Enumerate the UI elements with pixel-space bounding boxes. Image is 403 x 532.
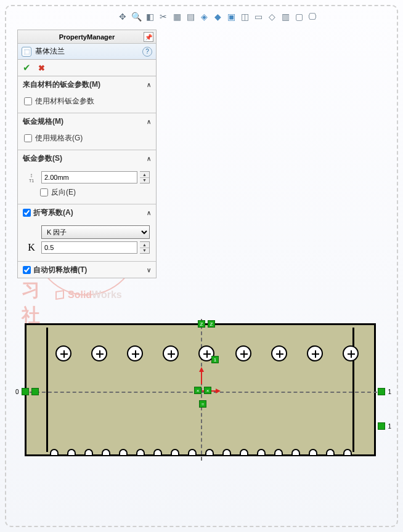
scene-icon[interactable]: ◫ — [239, 11, 250, 22]
relation-marker[interactable] — [31, 388, 39, 395]
dim-label: 1 — [388, 423, 391, 430]
relief-notch — [119, 449, 128, 455]
use-material-checkbox[interactable] — [24, 97, 32, 105]
section-material-title: 来自材料的钣金参数(M) — [23, 79, 100, 90]
relief-notch — [171, 449, 179, 455]
section-icon[interactable]: ✂ — [158, 11, 169, 22]
ok-button[interactable]: ✔ — [23, 62, 31, 73]
relief-notch — [136, 449, 145, 455]
bend-method-row: K 因子 — [24, 225, 150, 239]
section-bend: 折弯系数(A) ∧ K 因子 K ▲▼ — [18, 204, 156, 262]
property-manager-header: PropertyManager 📌 — [18, 30, 156, 44]
bend-enable-checkbox[interactable] — [23, 209, 31, 217]
relief-notch — [153, 449, 162, 455]
render-icon[interactable]: ▥ — [280, 11, 291, 22]
k-label: K — [24, 242, 39, 253]
section-relief-header[interactable]: 自动切释放槽(T) ∨ — [18, 262, 156, 278]
use-gauge-label: 使用规格表(G) — [35, 133, 83, 143]
section-material-header[interactable]: 来自材料的钣金参数(M) ∧ — [18, 76, 156, 92]
section-relief: 自动切释放槽(T) ∨ — [18, 262, 156, 278]
hole-icon — [307, 345, 323, 361]
relation-marker[interactable]: × — [204, 387, 211, 394]
use-gauge-checkbox[interactable] — [24, 134, 32, 142]
relief-notch — [188, 449, 197, 455]
relief-enable-checkbox[interactable] — [23, 266, 31, 274]
reverse-checkbox[interactable] — [40, 188, 48, 196]
bend-method-select[interactable]: K 因子 — [41, 225, 150, 239]
help-icon[interactable]: ? — [142, 47, 152, 57]
use-gauge-checkbox-row[interactable]: 使用规格表(G) — [24, 132, 150, 145]
property-manager-title: PropertyManager — [59, 33, 115, 41]
relation-marker[interactable]: Z — [198, 320, 205, 328]
vertical-edge-left — [46, 328, 48, 452]
chevron-down-icon: ∨ — [147, 267, 151, 273]
thickness-spinner[interactable]: ▲▼ — [140, 171, 150, 183]
section-params-header[interactable]: 钣金参数(S) ∧ — [18, 150, 156, 166]
use-material-checkbox-row[interactable]: 使用材料钣金参数 — [24, 95, 150, 108]
relation-marker[interactable]: × — [194, 387, 202, 394]
hole-icon — [235, 345, 251, 361]
hidden-lines-icon[interactable]: ▤ — [185, 11, 196, 22]
cancel-button[interactable]: ✖ — [38, 63, 45, 73]
relation-marker[interactable]: 1 — [211, 356, 219, 363]
pin-icon[interactable]: 📌 — [144, 32, 153, 42]
plane-icon[interactable]: ◇ — [266, 11, 277, 22]
relation-marker[interactable]: Z — [208, 320, 215, 328]
chevron-up-icon: ∧ — [147, 209, 151, 216]
relation-marker[interactable] — [378, 422, 385, 430]
relief-notch — [257, 449, 266, 455]
relief-notch — [205, 449, 214, 455]
hole-icon — [343, 345, 359, 361]
section-bend-header[interactable]: 折弯系数(A) ∧ — [18, 204, 156, 220]
section-gauge: 钣金规格(M) ∧ 使用规格表(G) — [18, 113, 156, 150]
relief-notch — [326, 449, 335, 455]
section-material: 来自材料的钣金参数(M) ∧ 使用材料钣金参数 — [18, 76, 156, 113]
hole-icon — [163, 345, 179, 361]
zoom-icon[interactable]: 🔍 — [131, 11, 142, 22]
relief-notch — [240, 449, 248, 455]
section-relief-title: 自动切释放槽(T) — [33, 265, 87, 275]
relief-notch — [102, 449, 110, 455]
k-factor-input[interactable] — [41, 241, 137, 254]
sketch-preview[interactable]: Z Z 1 × × = 0 1 1 — [25, 323, 376, 462]
axis-icon[interactable]: ✥ — [117, 11, 128, 22]
relation-marker[interactable] — [378, 388, 385, 395]
dim-label: 0 — [15, 389, 19, 395]
relation-marker[interactable] — [22, 388, 29, 395]
relief-notch — [343, 449, 352, 455]
hole-icon — [127, 345, 143, 361]
base-flange-icon: ⬚ — [22, 47, 31, 57]
thickness-input[interactable] — [41, 171, 137, 183]
part-body: Z Z 1 × × = 0 1 1 — [25, 323, 376, 456]
property-manager-panel: PropertyManager 📌 ⬚ 基体法兰 ? ✔ ✖ 来自材料的钣金参数… — [17, 30, 157, 278]
relief-notch — [222, 449, 231, 455]
relief-notch — [67, 449, 76, 455]
section-gauge-header[interactable]: 钣金规格(M) ∧ — [18, 113, 156, 129]
isometric-icon[interactable]: ◧ — [144, 11, 155, 22]
camera-icon[interactable]: ▭ — [253, 11, 264, 22]
shaded-icon[interactable]: ◈ — [198, 11, 210, 22]
relief-notch — [274, 449, 283, 455]
hole-icon — [55, 345, 71, 361]
reverse-label: 反向(E) — [51, 187, 76, 198]
shaded-edges-icon[interactable]: ◆ — [212, 11, 223, 22]
k-factor-row: K ▲▼ — [24, 241, 150, 254]
reverse-checkbox-row[interactable]: 反向(E) — [40, 186, 150, 199]
k-factor-spinner[interactable]: ▲▼ — [140, 241, 150, 254]
monitor-icon[interactable]: 🖵 — [307, 11, 318, 22]
display-icon[interactable]: ▢ — [293, 11, 304, 22]
hole-icon — [271, 345, 287, 361]
thickness-row: ↕T1 ▲▼ — [24, 171, 150, 183]
confirm-row: ✔ ✖ — [18, 60, 156, 76]
section-bend-title: 折弯系数(A) — [33, 208, 73, 218]
chevron-up-icon: ∧ — [147, 155, 151, 162]
wireframe-icon[interactable]: ▦ — [171, 11, 182, 22]
feature-title-row: ⬚ 基体法兰 ? — [18, 44, 156, 60]
relation-marker[interactable]: = — [199, 400, 206, 408]
relief-notch — [84, 449, 93, 455]
dim-label: 1 — [388, 389, 391, 395]
relief-notch — [50, 449, 59, 455]
perspective-icon[interactable]: ▣ — [226, 11, 237, 22]
chevron-up-icon: ∧ — [147, 118, 151, 125]
view-toolbar: ✥ 🔍 ◧ ✂ ▦ ▤ ◈ ◆ ▣ ◫ ▭ ◇ ▥ ▢ 🖵 — [117, 11, 318, 22]
